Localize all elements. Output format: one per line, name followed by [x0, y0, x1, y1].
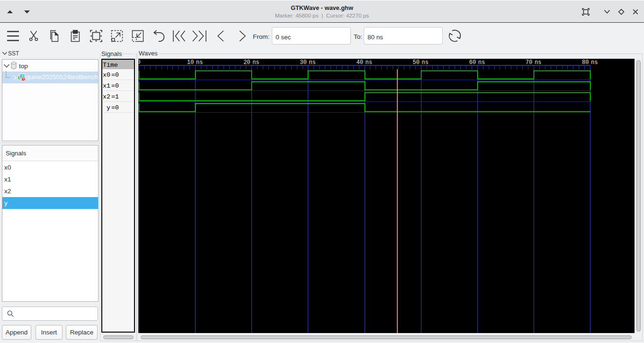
svg-text:0: 0	[138, 59, 141, 66]
svg-text:ns: ns	[365, 59, 372, 66]
svg-text:ns: ns	[591, 59, 598, 66]
svg-text:20: 20	[243, 59, 250, 66]
svg-text:ns: ns	[422, 59, 429, 66]
svg-text:ns: ns	[309, 59, 315, 66]
svg-text:40: 40	[356, 59, 363, 66]
svg-text:ns: ns	[478, 59, 485, 66]
svg-text:ns: ns	[196, 59, 203, 66]
svg-text:70: 70	[526, 59, 532, 66]
svg-text:60: 60	[469, 59, 476, 66]
svg-text:30: 30	[300, 59, 306, 66]
svg-text:ns: ns	[252, 59, 259, 66]
svg-text:80: 80	[582, 59, 589, 66]
svg-text:50: 50	[413, 59, 420, 66]
svg-text:10: 10	[187, 59, 194, 66]
svg-text:ns: ns	[535, 59, 541, 66]
